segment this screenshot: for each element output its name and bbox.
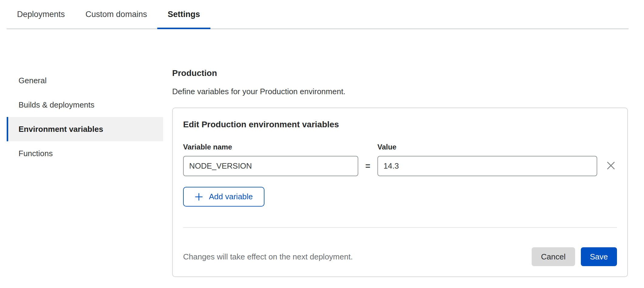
variable-name-label: Variable name xyxy=(183,143,358,151)
save-button[interactable]: Save xyxy=(581,247,617,266)
tab-settings[interactable]: Settings xyxy=(157,0,210,29)
section-description: Define variables for your Production env… xyxy=(172,87,628,95)
sidebar-item-functions[interactable]: Functions xyxy=(7,141,163,166)
tab-label: Custom domains xyxy=(86,10,147,19)
remove-variable-button[interactable] xyxy=(605,159,617,172)
variable-value-field-group: Value xyxy=(377,143,597,176)
card-title: Edit Production environment variables xyxy=(183,120,617,129)
x-icon xyxy=(606,160,616,171)
tab-bar: Deployments Custom domains Settings xyxy=(7,0,629,29)
card-divider xyxy=(183,227,617,228)
add-variable-button[interactable]: Add variable xyxy=(183,187,264,207)
tab-deployments[interactable]: Deployments xyxy=(7,0,75,29)
main-panel: Production Define variables for your Pro… xyxy=(172,69,628,277)
environment-variables-card: Edit Production environment variables Va… xyxy=(172,108,628,277)
variable-value-label: Value xyxy=(377,143,597,151)
settings-content: General Builds & deployments Environment… xyxy=(0,29,644,277)
variable-row: Variable name = Value xyxy=(183,143,617,176)
card-footer: Changes will take effect on the next dep… xyxy=(183,247,617,266)
tab-custom-domains[interactable]: Custom domains xyxy=(75,0,158,29)
sidebar-item-label: Builds & deployments xyxy=(19,100,94,110)
settings-sidebar: General Builds & deployments Environment… xyxy=(7,68,163,166)
deployment-note: Changes will take effect on the next dep… xyxy=(183,252,353,262)
footer-buttons: Cancel Save xyxy=(532,247,617,266)
plus-icon xyxy=(195,193,203,201)
equals-sign: = xyxy=(358,156,377,176)
add-variable-label: Add variable xyxy=(209,192,253,201)
variable-name-input[interactable] xyxy=(183,156,358,176)
tab-label: Deployments xyxy=(17,10,65,19)
tab-label: Settings xyxy=(168,10,200,19)
sidebar-item-label: Functions xyxy=(19,149,53,158)
variable-name-field-group: Variable name xyxy=(183,143,358,176)
sidebar-item-builds-deployments[interactable]: Builds & deployments xyxy=(7,93,163,117)
sidebar-item-environment-variables[interactable]: Environment variables xyxy=(7,117,163,141)
section-title: Production xyxy=(172,69,628,77)
cancel-button[interactable]: Cancel xyxy=(532,247,575,266)
sidebar-item-label: Environment variables xyxy=(19,125,103,134)
sidebar-item-label: General xyxy=(19,76,47,85)
sidebar-item-general[interactable]: General xyxy=(7,68,163,93)
variable-value-input[interactable] xyxy=(377,156,597,176)
